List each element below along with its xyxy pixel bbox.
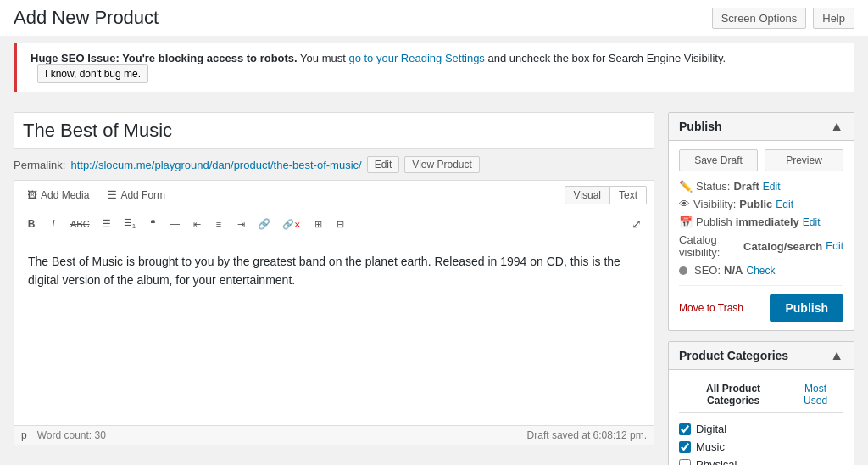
strikethrough-button[interactable]: ABC xyxy=(65,216,95,232)
list-item: Digital xyxy=(679,420,843,438)
align-left-button[interactable]: ⇤ xyxy=(186,216,207,233)
unordered-list-button[interactable]: ☰ xyxy=(97,215,117,233)
categories-panel-body: All Product Categories Most Used Digital… xyxy=(669,370,854,465)
seo-check-link[interactable]: Check xyxy=(746,265,775,277)
status-edit-link[interactable]: Edit xyxy=(763,181,781,193)
form-icon: ☰ xyxy=(108,189,117,201)
publish-panel: Publish ▲ Save Draft Preview ✏️ Status: … xyxy=(668,112,854,331)
seo-row: SEO: N/A Check xyxy=(679,264,843,277)
category-checkbox-music[interactable] xyxy=(679,441,691,453)
save-draft-button[interactable]: Save Draft xyxy=(679,149,758,171)
word-count: Word count: 30 xyxy=(37,429,106,441)
category-list: Digital Music Physical xyxy=(679,420,843,465)
seo-notice: Huge SEO Issue: You're blocking access t… xyxy=(14,43,854,92)
help-button[interactable]: Help xyxy=(813,8,854,29)
editor-footer-left: p Word count: 30 xyxy=(21,429,106,441)
cat-tab-most-used[interactable]: Most Used xyxy=(787,378,843,412)
table-options-button[interactable]: ⊟ xyxy=(330,216,350,233)
category-checkbox-digital[interactable] xyxy=(679,423,691,435)
catalog-row: Catalog visibility: Catalog/search Edit xyxy=(679,233,843,259)
publish-button[interactable]: Publish xyxy=(770,294,843,322)
category-label-music: Music xyxy=(696,440,725,453)
sidebar: Publish ▲ Save Draft Preview ✏️ Status: … xyxy=(668,112,854,465)
view-product-button[interactable]: View Product xyxy=(404,156,479,173)
format-toolbar: B I ABC ☰ ☰1 ❝ — ⇤ ≡ ⇥ 🔗 🔗✕ ⊞ ⊟ ⤢ xyxy=(14,210,654,238)
seo-label: SEO: xyxy=(694,264,721,277)
page-title: Add New Product xyxy=(14,7,159,29)
publish-edit-link[interactable]: Edit xyxy=(803,216,821,228)
permalink-url[interactable]: http://slocum.me/playground/dan/product/… xyxy=(70,159,361,171)
seo-notice-link[interactable]: go to your Reading Settings xyxy=(348,52,484,64)
blockquote-button[interactable]: ❝ xyxy=(142,215,163,233)
bold-button[interactable]: B xyxy=(21,215,42,233)
editor-content[interactable]: The Best of Music is brought to you by t… xyxy=(14,238,654,425)
ordered-list-button[interactable]: ☰1 xyxy=(119,214,141,233)
header-buttons: Screen Options Help xyxy=(712,8,854,29)
seo-notice-text: You must xyxy=(300,52,348,64)
calendar-icon: 📅 xyxy=(679,216,693,228)
categories-panel: Product Categories ▲ All Product Categor… xyxy=(668,341,854,465)
permalink-edit-button[interactable]: Edit xyxy=(367,156,400,173)
status-row: ✏️ Status: Draft Edit xyxy=(679,180,843,193)
publish-value: immediately xyxy=(736,216,799,228)
preview-button[interactable]: Preview xyxy=(765,149,843,171)
category-label-physical: Physical xyxy=(696,458,737,465)
visibility-row: 👁 Visibility: Public Edit xyxy=(679,198,843,210)
publish-panel-body: Save Draft Preview ✏️ Status: Draft Edit… xyxy=(669,141,854,330)
publish-panel-toggle[interactable]: ▲ xyxy=(830,120,843,133)
align-center-button[interactable]: ≡ xyxy=(209,216,229,232)
media-icon: 🖼 xyxy=(27,189,37,201)
trash-link[interactable]: Move to Trash xyxy=(679,302,743,314)
cat-tab-all[interactable]: All Product Categories xyxy=(679,378,787,412)
view-tabs: Visual Text xyxy=(565,186,647,204)
publish-label: Publish xyxy=(696,216,732,228)
catalog-edit-link[interactable]: Edit xyxy=(826,240,843,252)
publish-panel-title: Publish xyxy=(679,120,722,133)
expand-editor-button[interactable]: ⤢ xyxy=(626,214,647,234)
align-right-button[interactable]: ⇥ xyxy=(231,216,251,233)
add-form-button[interactable]: ☰ Add Form xyxy=(102,186,171,204)
publish-footer: Move to Trash Publish xyxy=(679,285,843,322)
seo-dot-icon xyxy=(679,266,687,275)
publish-buttons: Save Draft Preview xyxy=(679,149,843,171)
categories-panel-title: Product Categories xyxy=(679,349,788,362)
catalog-value: Catalog/search xyxy=(743,240,822,253)
visibility-value: Public xyxy=(739,198,772,210)
visibility-edit-link[interactable]: Edit xyxy=(776,199,793,210)
status-label: Status: xyxy=(696,180,730,193)
page-header: Add New Product Screen Options Help xyxy=(0,0,868,36)
visual-tab[interactable]: Visual xyxy=(565,186,610,204)
permalink-label: Permalink: xyxy=(14,159,65,171)
permalink-bar: Permalink: http://slocum.me/playground/d… xyxy=(14,156,654,173)
editor-toolbar-top: 🖼 Add Media ☰ Add Form Visual Text xyxy=(14,181,654,210)
category-label-digital: Digital xyxy=(696,423,726,435)
text-tab[interactable]: Text xyxy=(610,186,647,204)
path-indicator: p xyxy=(21,429,27,441)
categories-panel-toggle[interactable]: ▲ xyxy=(830,349,843,362)
editor-box: 🖼 Add Media ☰ Add Form Visual Text B I A… xyxy=(14,180,654,445)
main-container: Permalink: http://slocum.me/playground/d… xyxy=(0,98,868,465)
pencil-icon: ✏️ xyxy=(679,180,693,193)
draft-saved: Draft saved at 6:08:12 pm. xyxy=(527,429,647,441)
italic-button[interactable]: I xyxy=(43,215,64,233)
remove-link-button[interactable]: 🔗✕ xyxy=(277,216,306,233)
seo-notice-after: and uncheck the box for Search Engine Vi… xyxy=(488,52,726,64)
seo-dismiss-button[interactable]: I know, don't bug me. xyxy=(37,64,148,83)
editor-footer: p Word count: 30 Draft saved at 6:08:12 … xyxy=(14,425,654,445)
seo-notice-bold: Huge SEO Issue: You're blocking access t… xyxy=(31,52,298,64)
product-title-input[interactable] xyxy=(14,112,654,149)
status-value: Draft xyxy=(733,180,759,193)
catalog-label: Catalog visibility: xyxy=(679,233,740,259)
list-item: Music xyxy=(679,438,843,456)
categories-panel-header: Product Categories ▲ xyxy=(669,342,854,370)
add-media-button[interactable]: 🖼 Add Media xyxy=(21,186,95,204)
screen-options-button[interactable]: Screen Options xyxy=(712,8,807,29)
cat-tabs: All Product Categories Most Used xyxy=(679,378,843,413)
insert-link-button[interactable]: 🔗 xyxy=(253,215,275,233)
seo-value: N/A xyxy=(724,264,743,277)
content-area: Permalink: http://slocum.me/playground/d… xyxy=(14,112,654,445)
list-item: Physical xyxy=(679,456,843,465)
category-checkbox-physical[interactable] xyxy=(679,459,691,466)
hr-button[interactable]: — xyxy=(164,215,185,233)
insert-table-button[interactable]: ⊞ xyxy=(308,216,328,233)
